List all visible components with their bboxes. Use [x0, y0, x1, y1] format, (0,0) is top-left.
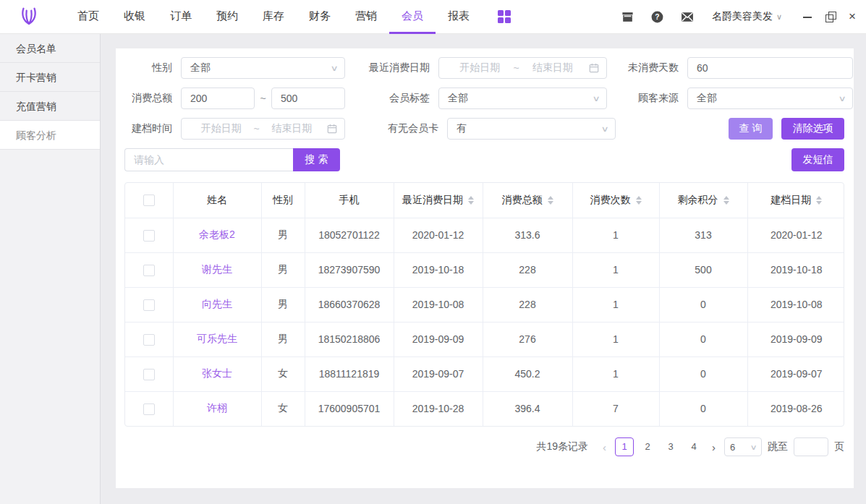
recent-date-range-picker[interactable]: 开始日期 ~ 结束日期	[438, 57, 607, 79]
amount-max-input[interactable]	[271, 87, 345, 109]
sort-icon[interactable]	[636, 196, 642, 205]
restore-button[interactable]	[825, 12, 836, 22]
chevron-down-icon: ∨	[776, 12, 782, 22]
row-checkbox[interactable]	[143, 334, 155, 346]
recent-date-filter-label: 最近消费日期	[345, 61, 438, 74]
column-header-total[interactable]: 消费总额	[483, 183, 572, 218]
shop-name-dropdown[interactable]: 名爵美容美发 ∨	[712, 10, 782, 23]
row-checkbox[interactable]	[143, 265, 155, 276]
sidebar-item-3[interactable]: 顾客分析	[0, 121, 100, 150]
filter-section: 性别 全部 ∨ 最近消费日期 开始日期 ~ 结束日期	[116, 48, 854, 140]
cell-created: 2019-09-09	[771, 333, 823, 345]
member-name-link[interactable]: 向先生	[202, 298, 232, 309]
gender-select[interactable]: 全部 ∨	[181, 57, 345, 79]
chevron-down-icon: ∨	[330, 64, 338, 73]
page-button-2[interactable]: 2	[638, 437, 657, 456]
sort-icon[interactable]	[723, 196, 729, 205]
page-suffix: 页	[834, 440, 844, 453]
amount-min-input[interactable]	[181, 87, 255, 109]
cell-total: 396.4	[514, 403, 540, 414]
cell-total: 228	[519, 299, 535, 310]
nav-item-0[interactable]: 首页	[65, 0, 111, 34]
gender-select-value: 全部	[190, 61, 211, 74]
cell-count: 7	[613, 403, 619, 414]
search-input[interactable]	[124, 148, 293, 171]
send-sms-button[interactable]: 发短信	[791, 148, 844, 171]
minimize-button[interactable]	[802, 12, 812, 22]
page-size-select[interactable]: 6 ∨	[724, 437, 762, 456]
clear-options-button[interactable]: 清除选项	[781, 118, 844, 140]
member-name-link[interactable]: 谢先生	[202, 263, 232, 275]
select-all-checkbox[interactable]	[143, 195, 155, 206]
no-consume-days-input[interactable]	[687, 57, 853, 79]
member-tag-select[interactable]: 全部 ∨	[438, 87, 607, 109]
range-separator: ~	[255, 93, 271, 104]
apps-grid-icon[interactable]	[498, 10, 511, 23]
member-name-link[interactable]: 张女士	[202, 367, 232, 379]
page-button-4[interactable]: 4	[684, 437, 703, 456]
query-button[interactable]: 查 询	[729, 118, 773, 140]
jump-page-input[interactable]	[794, 437, 828, 456]
next-page-icon[interactable]: ›	[709, 441, 718, 453]
close-button[interactable]: ×	[849, 12, 856, 22]
nav-item-1[interactable]: 收银	[111, 0, 158, 34]
sidebar-item-1[interactable]: 开卡营销	[0, 63, 100, 92]
page-button-3[interactable]: 3	[661, 437, 680, 456]
nav-item-8[interactable]: 报表	[436, 0, 482, 34]
prev-page-icon[interactable]: ‹	[600, 441, 609, 453]
calendar-icon	[327, 124, 337, 134]
row-checkbox[interactable]	[143, 299, 155, 311]
row-checkbox[interactable]	[143, 403, 155, 415]
cell-count: 1	[613, 368, 619, 380]
member-name-link[interactable]: 许栩	[207, 402, 227, 414]
member-table-body: 余老板2男180527011222020-01-12313.613132020-…	[125, 218, 844, 426]
brand-logo-icon[interactable]	[17, 5, 41, 28]
cell-total: 450.2	[514, 368, 540, 380]
customer-source-select[interactable]: 全部 ∨	[687, 87, 853, 109]
column-header-points[interactable]: 剩余积分	[659, 183, 747, 218]
table-row: 张女士女188111218192019-09-07450.2102019-09-…	[125, 356, 844, 391]
nav-item-5[interactable]: 财务	[297, 0, 343, 34]
column-header-recent-date[interactable]: 最近消费日期	[394, 183, 483, 218]
row-checkbox[interactable]	[143, 230, 155, 242]
member-name-link[interactable]: 余老板2	[199, 228, 235, 240]
app-window: 首页收银订单预约库存财务营销会员报表 ? 名爵美容美发 ∨ × 会员名单开卡	[0, 0, 866, 504]
search-button[interactable]: 搜 索	[293, 148, 340, 171]
sort-icon[interactable]	[816, 196, 822, 205]
sidebar-item-0[interactable]: 会员名单	[0, 34, 100, 63]
member-name-link[interactable]: 可乐先生	[197, 333, 237, 344]
sort-icon[interactable]	[468, 196, 474, 205]
cell-gender: 女	[278, 402, 288, 414]
table-row: 向先生男186603706282019-10-08228102019-10-08	[125, 287, 844, 322]
cell-count: 1	[613, 264, 619, 276]
help-icon[interactable]: ?	[650, 10, 664, 24]
page-button-1[interactable]: 1	[615, 437, 634, 456]
nav-item-2[interactable]: 订单	[158, 0, 204, 34]
mail-icon[interactable]	[680, 10, 695, 24]
cell-created: 2020-01-12	[771, 229, 823, 241]
column-header-count[interactable]: 消费次数	[572, 183, 659, 218]
cell-points: 0	[700, 368, 706, 380]
table-row: 谢先生男182739075902019-10-1822815002019-10-…	[125, 252, 844, 287]
cell-recent_date: 2019-09-07	[412, 368, 464, 380]
nav-item-7[interactable]: 会员	[389, 0, 436, 34]
top-header: 首页收银订单预约库存财务营销会员报表 ? 名爵美容美发 ∨ ×	[0, 0, 866, 34]
create-date-range-picker[interactable]: 开始日期 ~ 结束日期	[181, 118, 345, 140]
member-tag-label: 会员标签	[345, 92, 438, 105]
cell-points: 500	[695, 264, 711, 276]
sort-icon[interactable]	[548, 196, 553, 205]
store-icon[interactable]	[621, 10, 634, 24]
sidebar: 会员名单开卡营销充值营销顾客分析	[0, 34, 101, 504]
nav-item-4[interactable]: 库存	[250, 0, 297, 34]
row-checkbox[interactable]	[143, 369, 155, 380]
member-tag-value: 全部	[448, 92, 468, 105]
main-nav: 首页收银订单预约库存财务营销会员报表	[65, 0, 482, 34]
table-header-row: 姓名 性别 手机 最近消费日期 消费总额 消费次数 剩余积分 建档日期	[125, 183, 844, 218]
nav-item-3[interactable]: 预约	[204, 0, 250, 34]
nav-item-6[interactable]: 营销	[343, 0, 389, 34]
sidebar-item-2[interactable]: 充值营销	[0, 92, 100, 121]
cell-points: 313	[695, 229, 711, 241]
range-separator: ~	[253, 123, 259, 134]
column-header-created[interactable]: 建档日期	[747, 183, 844, 218]
has-card-select[interactable]: 有 ∨	[447, 118, 616, 140]
